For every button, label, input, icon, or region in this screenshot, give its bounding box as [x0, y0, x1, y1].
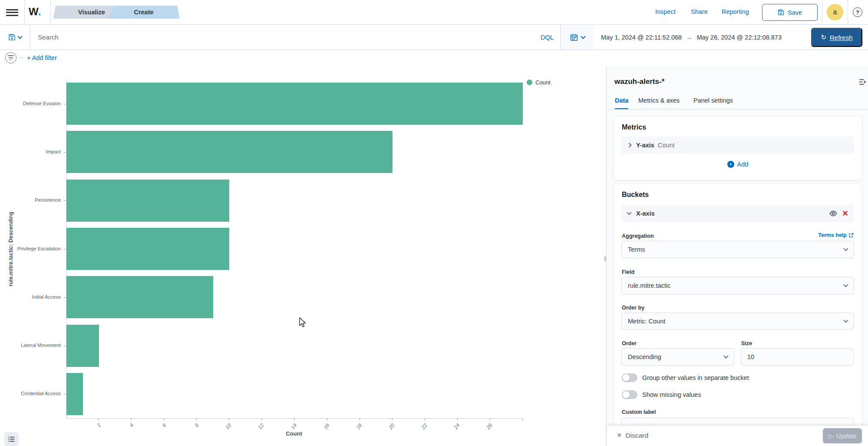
- aggregation-select[interactable]: Terms: [621, 241, 854, 258]
- chart-bar-credential-access[interactable]: [66, 373, 83, 415]
- chart-bar-impact[interactable]: [66, 131, 393, 173]
- x-tick-label: 4: [122, 423, 135, 436]
- filter-icon[interactable]: [5, 52, 17, 63]
- category-label: Privilege Escalation: [0, 246, 61, 251]
- tab-data[interactable]: Data: [615, 93, 628, 109]
- terms-help-link[interactable]: Terms help: [818, 232, 854, 238]
- reporting-link[interactable]: Reporting: [722, 8, 749, 15]
- order-by-value: Metric: Count: [628, 318, 844, 325]
- divider: [822, 0, 822, 24]
- date-picker-button[interactable]: [560, 25, 594, 50]
- chart-bar-defense-evasion[interactable]: [66, 83, 523, 125]
- panel-resize-handle[interactable]: ‖: [604, 256, 607, 262]
- field-label: Field: [622, 269, 634, 275]
- metric-row-label: Y-axis: [636, 142, 654, 149]
- x-tick: [196, 418, 197, 421]
- query-language-button[interactable]: DQL: [537, 31, 558, 44]
- saved-query-button[interactable]: [0, 25, 30, 50]
- editor-footer: × Discard ▷ Update: [607, 426, 868, 446]
- save-button-label: Save: [788, 9, 802, 16]
- x-tick: [261, 418, 262, 421]
- chevron-down-icon: [723, 353, 728, 358]
- x-tick: [164, 418, 164, 421]
- visualization-editor-panel: ‖ wazuh-alerts-* Data Metrics & axes Pan…: [606, 66, 868, 446]
- chart-area: rule.mitre.tactic: Descending Count Coun…: [0, 66, 606, 446]
- field-select[interactable]: rule.mitre.tactic: [621, 277, 854, 294]
- chart-bar-privilege-escalation[interactable]: [66, 228, 229, 270]
- category-label: Impact: [0, 149, 61, 154]
- share-link[interactable]: Share: [691, 8, 708, 15]
- buckets-heading: Buckets: [614, 184, 861, 199]
- chevron-down-icon: [17, 34, 22, 39]
- save-button[interactable]: Save: [762, 4, 818, 21]
- add-metric-button[interactable]: + Add: [614, 161, 861, 168]
- x-tick: [229, 418, 229, 421]
- x-axis-title: Count: [268, 430, 320, 437]
- inspect-link[interactable]: Inspect: [655, 8, 676, 15]
- category-label: Persistence: [0, 197, 61, 203]
- date-range[interactable]: May 1, 2024 @ 22:11:52.068 → May 26, 202…: [601, 25, 782, 50]
- group-other-toggle[interactable]: [622, 373, 637, 382]
- order-by-label: Order by: [622, 305, 644, 311]
- legend-color-dot: [527, 80, 532, 85]
- chevron-down-icon: [843, 282, 848, 287]
- app-root: W. Visualize Create Inspect Share Report…: [0, 0, 868, 446]
- chart-legend[interactable]: Count: [527, 79, 551, 86]
- refresh-button[interactable]: ↻ Refresh: [811, 28, 862, 47]
- x-tick-label: 26: [481, 423, 493, 436]
- plus-icon: +: [727, 161, 734, 168]
- collapse-panel-icon[interactable]: [859, 78, 866, 86]
- aggregation-value: Terms: [628, 246, 844, 253]
- show-missing-toggle-row: Show missing values: [622, 390, 701, 399]
- tab-metrics-axes[interactable]: Metrics & axes: [638, 93, 680, 109]
- chart-bar-lateral-movement[interactable]: [66, 325, 99, 367]
- help-icon[interactable]: ?: [853, 7, 862, 17]
- tab-panel-settings[interactable]: Panel settings: [693, 93, 733, 109]
- filter-bar: + Add filter: [0, 50, 868, 66]
- group-other-toggle-row: Group other values in separate bucket: [622, 373, 749, 382]
- search-input[interactable]: [31, 25, 539, 50]
- x-axis-end-tick: [522, 418, 523, 421]
- legend-label: Count: [535, 79, 551, 86]
- date-from[interactable]: May 1, 2024 @ 22:11:52.068: [601, 34, 682, 41]
- order-label: Order: [622, 340, 637, 346]
- legend-toggle-button[interactable]: [4, 432, 19, 446]
- x-tick: [490, 418, 490, 421]
- show-missing-toggle[interactable]: [622, 390, 637, 399]
- y-axis-metric-row[interactable]: Y-axis Count: [621, 136, 854, 154]
- query-bar: DQL May 1, 2024 @ 22:11:52.068 → May 26,…: [0, 25, 868, 50]
- play-icon: ▷: [828, 433, 833, 439]
- metrics-heading: Metrics: [614, 116, 861, 131]
- discard-button[interactable]: × Discard: [617, 431, 648, 440]
- y-tick: [64, 394, 66, 394]
- aggregation-label: Aggregation: [622, 233, 654, 239]
- editor-tabs: Data Metrics & axes Panel settings: [607, 93, 868, 110]
- remove-bucket-icon[interactable]: ×: [842, 210, 848, 217]
- update-button[interactable]: ▷ Update: [823, 428, 862, 443]
- chart-bar-persistence[interactable]: [66, 180, 229, 222]
- avatar[interactable]: a: [827, 4, 843, 20]
- top-navigation-bar: W. Visualize Create Inspect Share Report…: [0, 0, 868, 25]
- category-label: Credential Access: [0, 391, 61, 396]
- group-other-label: Group other values in separate bucket: [642, 374, 749, 381]
- eye-icon[interactable]: [829, 210, 837, 217]
- x-tick-label: 8: [188, 423, 200, 436]
- terms-help-label: Terms help: [818, 232, 847, 238]
- breadcrumb-create[interactable]: Create: [108, 6, 180, 19]
- metrics-card: Metrics Y-axis Count + Add: [614, 116, 861, 180]
- wazuh-logo[interactable]: W.: [29, 6, 41, 18]
- y-tick: [64, 297, 66, 298]
- order-by-select[interactable]: Metric: Count: [621, 313, 854, 330]
- add-filter-link[interactable]: + Add filter: [27, 54, 57, 61]
- x-tick-label: 16: [318, 423, 330, 436]
- menu-icon[interactable]: [6, 7, 18, 17]
- x-axis-bucket-row[interactable]: X-axis ×: [621, 205, 854, 222]
- saved-query-floppy-icon: [8, 33, 16, 41]
- x-tick-label: 6: [155, 423, 167, 436]
- order-select[interactable]: Descending: [621, 348, 734, 366]
- chart-bar-initial-access[interactable]: [66, 276, 213, 318]
- size-input[interactable]: [747, 353, 847, 360]
- date-to[interactable]: May 26, 2024 @ 22:12:08.873: [697, 34, 782, 41]
- x-tick: [457, 418, 458, 421]
- index-pattern-title: wazuh-alerts-*: [614, 77, 664, 86]
